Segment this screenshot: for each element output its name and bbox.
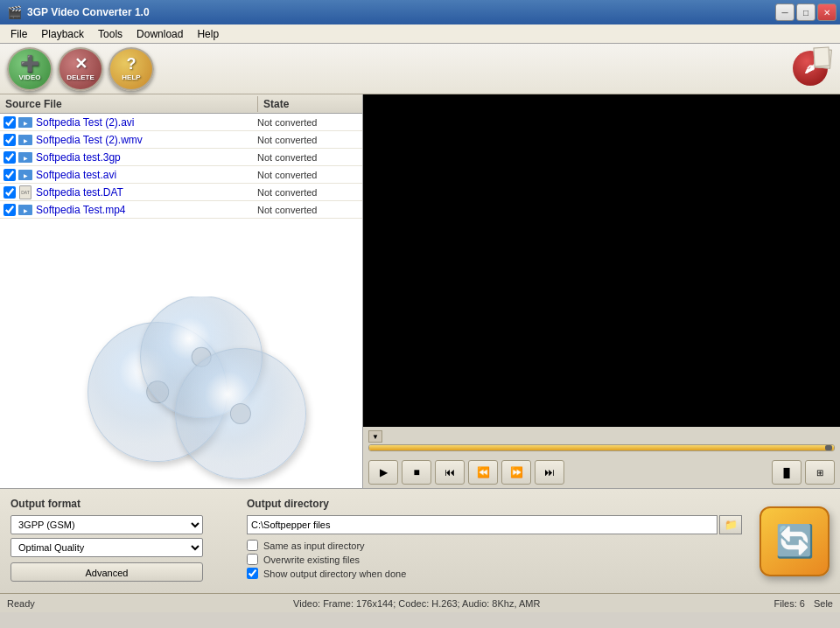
seek-position: [825, 445, 832, 450]
softpedia-logo: 🌶: [789, 47, 833, 91]
table-row[interactable]: Softpedia test.3gpNot converted: [0, 149, 362, 166]
browse-button[interactable]: 📁: [719, 515, 742, 534]
file-checkbox[interactable]: [4, 169, 16, 181]
forward-button[interactable]: ⏩: [501, 460, 531, 485]
file-checkbox[interactable]: [4, 204, 16, 216]
file-checkbox[interactable]: [4, 116, 16, 129]
table-row[interactable]: Softpedia Test.mp4Not converted: [0, 201, 362, 219]
bars-icon: ▐▌: [780, 468, 793, 478]
bars-button[interactable]: ▐▌: [772, 460, 802, 485]
file-checkbox[interactable]: [4, 151, 16, 164]
file-state: Not converted: [254, 135, 359, 145]
file-type-icon: [18, 150, 32, 164]
add-video-button[interactable]: ➕ VIDEO: [7, 47, 52, 91]
grid-button[interactable]: ⊞: [805, 460, 835, 485]
col-source-header: Source File: [0, 96, 257, 112]
output-format-label: Output format: [10, 498, 229, 510]
file-type-icon: [18, 133, 32, 147]
help-icon: ?: [127, 56, 136, 72]
seek-bar-area: ▼: [363, 427, 840, 457]
file-type-icon: [18, 203, 32, 217]
preview-panel: ▼ ▶ ■ ⏮ ⏪ ⏩ ⏭ ▐▌ ⊞: [363, 94, 840, 488]
file-name: Softpedia test.3gp: [36, 151, 254, 164]
status-ready: Ready: [7, 598, 60, 609]
file-state: Not converted: [254, 117, 359, 128]
bottom-panel: Output format 3GPP (GSM)3GPP2AVIMP4WMV O…: [0, 488, 840, 593]
convert-icon: 🔄: [775, 523, 815, 560]
menu-download[interactable]: Download: [130, 26, 190, 42]
status-sele: Sele: [814, 598, 833, 609]
convert-button[interactable]: 🔄: [760, 506, 830, 576]
delete-button[interactable]: ✕ DELETE: [58, 47, 103, 91]
table-row[interactable]: Softpedia Test (2).wmvNot converted: [0, 131, 362, 149]
seek-top: ▼: [368, 430, 835, 443]
file-type-icon: DAT: [18, 185, 32, 199]
title-bar-controls: ─ □ ✕: [775, 3, 836, 21]
cd-disc-3: [175, 348, 306, 479]
menu-file[interactable]: File: [4, 26, 34, 42]
file-state: Not converted: [254, 170, 359, 180]
file-list-panel: Source File State Softpedia Test (2).avi…: [0, 94, 363, 488]
status-bar: Ready Video: Frame: 176x144; Codec: H.26…: [0, 593, 840, 612]
file-checkbox[interactable]: [4, 134, 16, 146]
table-row[interactable]: Softpedia Test (2).aviNot converted: [0, 114, 362, 131]
menu-bar: File Playback Tools Download Help: [0, 24, 840, 44]
file-state: Not converted: [254, 205, 359, 215]
file-checkbox[interactable]: [4, 186, 16, 199]
table-row[interactable]: Softpedia test.aviNot converted: [0, 166, 362, 184]
file-name: Softpedia Test (2).wmv: [36, 134, 254, 146]
grid-icon: ⊞: [816, 468, 823, 478]
file-name: Softpedia Test.mp4: [36, 204, 254, 216]
menu-tools[interactable]: Tools: [91, 26, 130, 42]
same-as-input-label: Same as input directory: [263, 541, 365, 551]
convert-button-section: 🔄: [760, 498, 830, 584]
overwrite-checkbox[interactable]: [247, 554, 258, 565]
show-output-row: Show output directory when done: [247, 568, 742, 579]
seek-fill: [369, 445, 834, 450]
output-dir-label: Output directory: [247, 498, 742, 510]
status-info: Video: Frame: 176x144; Codec: H.263; Aud…: [60, 598, 774, 609]
file-type-icon: [18, 168, 32, 182]
close-button[interactable]: ✕: [817, 3, 836, 21]
minimize-button[interactable]: ─: [775, 3, 794, 21]
title-bar: 🎬 3GP Video Converter 1.0 ─ □ ✕: [0, 0, 840, 24]
overwrite-label: Overwrite existing files: [263, 555, 360, 565]
seek-down-button[interactable]: ▼: [368, 430, 382, 443]
table-row[interactable]: DATSoftpedia test.DATNot converted: [0, 184, 362, 201]
same-as-input-checkbox[interactable]: [247, 540, 258, 551]
app-icon: 🎬: [7, 5, 22, 19]
output-dir-section: Output directory 📁 Same as input directo…: [247, 498, 742, 584]
same-as-input-row: Same as input directory: [247, 540, 742, 551]
extra-controls: ▐▌ ⊞: [772, 460, 835, 485]
advanced-button[interactable]: Advanced: [10, 562, 203, 582]
maximize-button[interactable]: □: [796, 3, 816, 21]
file-state: Not converted: [254, 152, 359, 163]
next-button[interactable]: ⏭: [535, 460, 564, 485]
show-output-checkbox[interactable]: [247, 568, 258, 579]
dir-input-row: 📁: [247, 515, 742, 534]
cd-decoration: [0, 297, 362, 488]
overwrite-row: Overwrite existing files: [247, 554, 742, 565]
format-select[interactable]: 3GPP (GSM)3GPP2AVIMP4WMV: [10, 515, 203, 534]
menu-help[interactable]: Help: [190, 26, 226, 42]
status-files: Files: 6: [774, 598, 805, 609]
playback-controls: ▶ ■ ⏮ ⏪ ⏩ ⏭: [368, 460, 564, 485]
stop-button[interactable]: ■: [402, 460, 431, 485]
title-bar-title: 🎬 3GP Video Converter 1.0: [7, 5, 150, 19]
play-button[interactable]: ▶: [368, 460, 398, 485]
file-name: Softpedia Test (2).avi: [36, 116, 254, 129]
show-output-label: Show output directory when done: [263, 569, 406, 579]
help-button[interactable]: ? HELP: [108, 47, 154, 91]
file-list-header: Source File State: [0, 94, 362, 114]
rewind-button[interactable]: ⏪: [468, 460, 498, 485]
add-icon: ➕: [20, 56, 39, 72]
dir-path-input[interactable]: [247, 515, 718, 534]
controls-row: ▶ ■ ⏮ ⏪ ⏩ ⏭ ▐▌ ⊞: [363, 457, 840, 488]
menu-playback[interactable]: Playback: [34, 26, 91, 42]
seek-track[interactable]: [368, 444, 835, 451]
file-type-icon: [18, 115, 32, 129]
col-state-header: State: [257, 96, 362, 112]
delete-icon: ✕: [74, 56, 88, 72]
quality-select[interactable]: Optimal QualityHigh QualityMedium Qualit…: [10, 538, 203, 557]
prev-button[interactable]: ⏮: [435, 460, 465, 485]
